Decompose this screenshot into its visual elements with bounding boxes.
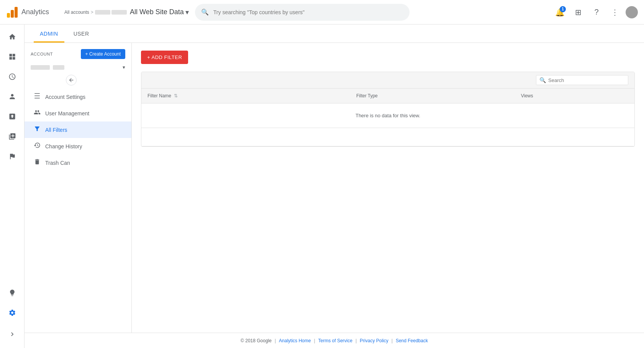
nav-all-filters[interactable]: All Filters xyxy=(25,121,131,138)
search-bar[interactable]: 🔍 xyxy=(195,4,410,21)
col-filter-name: Filter Name ⇅ xyxy=(141,89,350,103)
panel-collapse-area xyxy=(25,75,131,89)
account-blurred1 xyxy=(95,10,110,15)
account-selector-text: All Web Site Data xyxy=(130,8,184,16)
footer-analytics-home[interactable]: Analytics Home xyxy=(279,338,311,343)
notification-badge: 1 xyxy=(560,6,566,12)
nav-realtime[interactable] xyxy=(3,67,21,86)
all-filters-icon xyxy=(34,125,41,134)
tab-admin[interactable]: ADMIN xyxy=(34,25,64,43)
filter-search-icon: 🔍 xyxy=(539,77,546,83)
sort-icon: ⇅ xyxy=(174,93,178,98)
help-icon: ? xyxy=(594,8,598,16)
filter-table-toolbar: 🔍 xyxy=(141,72,634,89)
account-blurred2 xyxy=(111,10,127,15)
apps-button[interactable]: ⊞ xyxy=(570,5,586,20)
help-button[interactable]: ? xyxy=(589,5,604,20)
trash-can-icon xyxy=(34,158,41,167)
header-actions: 🔔 1 ⊞ ? ⋮ xyxy=(552,5,638,20)
nav-expand[interactable] xyxy=(3,325,21,343)
account-name-blurred xyxy=(31,65,50,70)
admin-content: Account + Create Account ▾ xyxy=(25,43,644,333)
all-accounts-label: All accounts xyxy=(64,10,89,15)
acquisition-icon xyxy=(8,113,16,120)
empty-row xyxy=(141,128,634,146)
behavior-icon xyxy=(8,133,16,140)
trash-can-label: Trash Can xyxy=(45,160,70,166)
nav-acquisition[interactable] xyxy=(3,107,21,126)
person-icon xyxy=(8,93,16,100)
apps-grid-icon: ⊞ xyxy=(575,8,582,17)
nav-account-settings[interactable]: Account Settings xyxy=(25,89,131,105)
account-dropdown-row: ▾ xyxy=(25,62,131,75)
main-area: ADMIN USER Account + Create Account ▾ xyxy=(25,25,644,348)
breadcrumb: All accounts > xyxy=(64,10,127,15)
account-dropdown-arrow[interactable]: ▾ xyxy=(123,64,125,70)
nav-change-history[interactable]: Change History xyxy=(25,138,131,154)
col-filter-type: Filter Type xyxy=(350,89,515,103)
analytics-logo xyxy=(6,6,18,18)
footer-terms[interactable]: Terms of Service xyxy=(318,338,352,343)
chevron-right-icon xyxy=(8,330,16,338)
nav-settings[interactable] xyxy=(3,304,21,322)
app-name: Analytics xyxy=(21,8,49,16)
change-history-label: Change History xyxy=(45,143,82,149)
content-wrap: ADMIN USER Account + Create Account ▾ xyxy=(0,25,644,348)
no-data-row: There is no data for this view. xyxy=(141,103,634,128)
logo-area: Analytics xyxy=(6,6,58,18)
nav-trash-can[interactable]: Trash Can xyxy=(25,154,131,171)
tab-user[interactable]: USER xyxy=(67,25,95,43)
footer: © 2018 Google | Analytics Home | Terms o… xyxy=(25,333,644,348)
nav-user-management[interactable]: User Management xyxy=(25,105,131,121)
filter-table: Filter Name ⇅ Filter Type Views There is… xyxy=(141,89,634,146)
filter-search-input[interactable] xyxy=(548,77,625,83)
svg-rect-0 xyxy=(7,13,10,18)
nav-home[interactable] xyxy=(3,28,21,46)
footer-feedback[interactable]: Send Feedback xyxy=(396,338,428,343)
notifications-button[interactable]: 🔔 1 xyxy=(552,5,567,20)
account-panel-header: Account + Create Account xyxy=(25,49,131,62)
footer-privacy[interactable]: Privacy Policy xyxy=(360,338,388,343)
account-dropdown-icon: ▾ xyxy=(185,8,189,16)
dashboard-icon xyxy=(8,53,16,61)
avatar[interactable] xyxy=(626,6,638,18)
nav-audience[interactable] xyxy=(3,87,21,106)
breadcrumb-sep: > xyxy=(91,10,93,15)
add-filter-button[interactable]: + ADD FILTER xyxy=(141,51,188,64)
account-settings-label: Account Settings xyxy=(45,94,85,100)
user-management-label: User Management xyxy=(45,110,89,117)
svg-rect-1 xyxy=(11,10,14,18)
left-nav xyxy=(0,25,25,348)
more-button[interactable]: ⋮ xyxy=(607,5,623,20)
panel-collapse-button[interactable] xyxy=(66,75,77,85)
filter-table-container: 🔍 Filter Name ⇅ Filter Type xyxy=(141,72,635,147)
create-account-button[interactable]: + Create Account xyxy=(81,49,125,59)
settings-icon xyxy=(8,309,16,317)
account-id-blurred xyxy=(53,65,64,70)
nav-behavior[interactable] xyxy=(3,127,21,146)
top-header: Analytics All accounts > All Web Site Da… xyxy=(0,0,644,25)
arrow-back-icon xyxy=(68,77,74,83)
clock-icon xyxy=(8,73,16,80)
search-icon: 🔍 xyxy=(201,8,209,16)
user-management-icon xyxy=(34,109,41,118)
all-filters-label: All Filters xyxy=(45,127,67,133)
nav-dashboards[interactable] xyxy=(3,48,21,66)
filter-search-box[interactable]: 🔍 xyxy=(536,75,628,85)
account-panel: Account + Create Account ▾ xyxy=(25,43,132,333)
search-input[interactable] xyxy=(213,9,403,15)
account-selector[interactable]: All Web Site Data ▾ xyxy=(130,8,189,16)
footer-copyright: © 2018 Google xyxy=(241,338,272,343)
tabs-bar: ADMIN USER xyxy=(25,25,644,43)
lightbulb-icon xyxy=(8,289,16,297)
account-settings-icon xyxy=(34,92,41,101)
svg-rect-2 xyxy=(15,7,18,18)
home-icon xyxy=(8,33,16,41)
flag-icon xyxy=(8,153,16,160)
change-history-icon xyxy=(34,142,41,151)
no-data-message: There is no data for this view. xyxy=(141,103,634,128)
nav-flag[interactable] xyxy=(3,147,21,166)
more-vert-icon: ⋮ xyxy=(611,8,619,17)
right-panel: + ADD FILTER 🔍 Filter Name xyxy=(132,43,644,333)
nav-lightbulb[interactable] xyxy=(3,284,21,302)
